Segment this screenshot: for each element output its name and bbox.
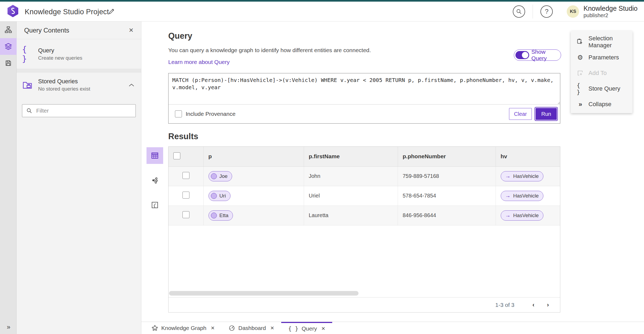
stored-queries-label: Stored Queries <box>38 78 123 85</box>
table-empty-area <box>169 225 560 297</box>
filter-input[interactable] <box>22 104 136 117</box>
column-header-hv[interactable]: hv <box>496 147 560 166</box>
row-checkbox[interactable] <box>182 172 189 179</box>
braces-icon: { } <box>288 325 298 332</box>
table-row[interactable]: Etta Lauretta 846-956-8644 →HasVehicle <box>169 206 560 225</box>
table-row[interactable]: Joe John 759-889-57168 →HasVehicle <box>169 166 560 186</box>
sidebar-item-hierarchy[interactable] <box>0 21 17 38</box>
chevron-up-icon <box>129 83 134 87</box>
logo-swirl-icon <box>10 7 16 15</box>
header-actions: ? KS Knowledge Studio publisher2 <box>513 2 641 21</box>
user-avatar[interactable]: KS <box>567 5 579 18</box>
panel-item-query[interactable]: { } Query Create new queries <box>17 39 141 69</box>
entity-pill[interactable]: Uri <box>208 191 230 201</box>
knowledge-graph-icon <box>152 325 158 331</box>
graph-view-button[interactable] <box>147 172 163 189</box>
tab-label: Query <box>302 325 317 332</box>
clear-button[interactable]: Clear <box>509 108 532 120</box>
app-header: Knowledge Studio Project ? KS Knowledge … <box>0 2 644 21</box>
toggle-switch[interactable] <box>515 51 529 59</box>
run-button[interactable]: Run <box>536 108 557 120</box>
results-title: Results <box>168 132 198 141</box>
table-row[interactable]: Uri Uriel 578-654-7854 →HasVehicle <box>169 186 560 206</box>
arrow-right-icon: → <box>505 173 511 179</box>
collapse-label: Collapse <box>588 101 612 108</box>
tab-dashboard[interactable]: Dashboard ✕ <box>222 322 281 334</box>
app-logo[interactable] <box>8 5 18 17</box>
sidebar-item-save[interactable] <box>0 55 17 71</box>
parameters-label: Parameters <box>588 54 619 61</box>
results-table: p p.firstName p.phoneNumber hv Joe John … <box>169 147 560 225</box>
chevrons-right-icon: » <box>577 100 584 108</box>
table-pagination: 1-3 of 3 ‹ › <box>169 297 560 312</box>
include-provenance-checkbox[interactable] <box>175 110 182 117</box>
save-icon <box>5 60 12 67</box>
dashboard-gauge-icon <box>229 325 235 331</box>
add-to-button[interactable]: Add To <box>571 65 632 81</box>
row-checkbox[interactable] <box>182 192 189 199</box>
row-checkbox[interactable] <box>182 211 189 218</box>
map-view-button[interactable] <box>147 197 163 213</box>
query-editor-container: MATCH (p:Person)-[hv:HasVehicle]->(v:Veh… <box>168 73 560 124</box>
arrow-right-icon: → <box>505 212 511 218</box>
panel-title: Query Contents <box>24 27 69 34</box>
cell-phonenumber: 759-889-57168 <box>398 166 496 186</box>
toggle-knob <box>522 52 528 58</box>
map-view-icon <box>151 201 159 209</box>
query-editor-footer: Include Provenance Clear Run <box>169 105 560 123</box>
column-header-phonenumber[interactable]: p.phoneNumber <box>398 147 496 166</box>
close-tab-button[interactable]: ✕ <box>270 325 274 331</box>
close-panel-button[interactable]: ✕ <box>129 27 134 34</box>
bottom-tab-bar: Knowledge Graph ✕ Dashboard ✕ { } Query … <box>141 322 644 334</box>
column-header-p[interactable]: p <box>203 147 304 166</box>
query-actions-panel: Selection Manager ⚙ Parameters Add To { … <box>571 31 632 113</box>
pagination-range: 1-3 of 3 <box>495 302 514 308</box>
query-item-label: Query <box>38 47 136 54</box>
query-textarea[interactable]: MATCH (p:Person)-[hv:HasVehicle]->(v:Veh… <box>169 73 560 105</box>
close-tab-button[interactable]: ✕ <box>321 326 325 332</box>
query-item-sublabel: Create new queries <box>38 55 136 61</box>
entity-pill[interactable]: Joe <box>208 171 232 181</box>
results-table-card: p p.firstName p.phoneNumber hv Joe John … <box>168 146 560 313</box>
help-button[interactable]: ? <box>540 5 553 18</box>
edge-pill[interactable]: →HasVehicle <box>501 171 543 181</box>
selection-manager-button[interactable]: Selection Manager <box>571 34 632 50</box>
section-gap <box>17 69 141 73</box>
sidebar-item-query-contents[interactable] <box>0 38 17 55</box>
entity-pill[interactable]: Etta <box>208 210 233 221</box>
horizontal-scrollbar[interactable] <box>169 291 358 296</box>
collapse-section-button[interactable] <box>129 83 134 87</box>
search-icon <box>516 9 522 15</box>
graph-view-icon <box>151 177 159 184</box>
edge-pill[interactable]: →HasVehicle <box>501 210 543 221</box>
node-dot-icon <box>211 173 217 179</box>
parameters-button[interactable]: ⚙ Parameters <box>571 50 632 65</box>
panel-item-stored-queries[interactable]: Stored Queries No stored queries exist <box>17 73 141 97</box>
table-header-row: p p.firstName p.phoneNumber hv <box>169 147 560 166</box>
tab-knowledge-graph[interactable]: Knowledge Graph ✕ <box>145 322 222 334</box>
table-view-icon <box>151 152 159 160</box>
close-tab-button[interactable]: ✕ <box>211 325 215 331</box>
project-title: Knowledge Studio Project <box>25 8 109 16</box>
search-button[interactable] <box>513 5 525 18</box>
tab-label: Knowledge Graph <box>161 325 206 331</box>
edit-title-button[interactable] <box>108 8 115 15</box>
node-dot-icon <box>211 193 217 199</box>
cell-firstname: Lauretta <box>304 206 398 225</box>
tab-query[interactable]: { } Query ✕ <box>281 322 332 334</box>
include-provenance-label: Include Provenance <box>186 111 236 117</box>
store-query-button[interactable]: { } Store Query <box>571 81 632 96</box>
column-header-firstname[interactable]: p.firstName <box>304 147 398 166</box>
table-view-button[interactable] <box>147 147 163 164</box>
result-view-switcher <box>147 147 163 221</box>
layers-icon <box>4 42 12 51</box>
header-divider <box>533 5 533 19</box>
expand-rail-button[interactable]: » <box>0 323 17 331</box>
select-all-checkbox[interactable] <box>173 152 180 159</box>
learn-more-link[interactable]: Learn more about Query <box>168 59 230 65</box>
next-page-button[interactable]: › <box>541 301 555 308</box>
prev-page-button[interactable]: ‹ <box>526 301 541 308</box>
edge-pill[interactable]: →HasVehicle <box>501 191 543 201</box>
show-query-toggle[interactable]: Show Query <box>514 49 561 61</box>
collapse-panel-button[interactable]: » Collapse <box>571 96 632 112</box>
